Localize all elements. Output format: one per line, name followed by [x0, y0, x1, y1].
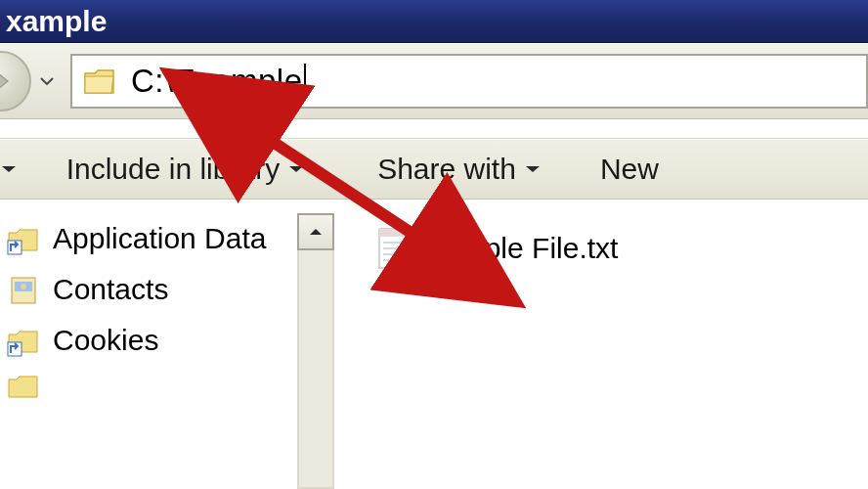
tree-item-label: Cookies [53, 324, 158, 357]
svg-point-3 [21, 284, 26, 289]
chevron-down-icon [0, 164, 18, 174]
contacts-icon [6, 272, 41, 307]
content-area: Application Data Contacts Cookies [0, 200, 868, 489]
file-item-sample-file[interactable]: Sample File.txt [373, 225, 868, 272]
svg-rect-6 [379, 229, 407, 237]
new-folder-button[interactable]: New [590, 140, 669, 199]
folder-icon [82, 64, 117, 99]
share-with-menu[interactable]: Share with [368, 140, 551, 199]
tree-item-label: Contacts [53, 273, 168, 306]
file-list: Sample File.txt [313, 200, 868, 489]
tree-item[interactable] [6, 366, 313, 405]
tree-item-contacts[interactable]: Contacts [6, 264, 313, 315]
forward-button[interactable] [0, 51, 31, 111]
chevron-up-icon [308, 227, 324, 237]
chevron-down-icon [524, 164, 542, 174]
address-path: C:\Example [131, 63, 303, 100]
arrow-right-icon [0, 67, 15, 95]
organize-menu[interactable]: ze [0, 140, 27, 199]
tree-item-label: Application Data [53, 222, 266, 255]
text-caret-icon [304, 64, 306, 99]
scroll-up-button[interactable] [297, 213, 334, 250]
include-in-library-menu[interactable]: Include in library [57, 140, 315, 199]
nav-history-dropdown[interactable] [37, 71, 57, 91]
navigation-bar: C:\Example [0, 43, 868, 119]
folder-shortcut-icon [6, 323, 41, 358]
spacer [0, 119, 868, 139]
file-name: Sample File.txt [424, 232, 618, 265]
text-file-icon [373, 225, 412, 272]
address-bar[interactable]: C:\Example [70, 54, 868, 109]
window-title: xample [6, 5, 107, 38]
chevron-down-icon [287, 164, 305, 174]
scrollbar-track[interactable] [297, 250, 334, 489]
chevron-down-icon [40, 77, 54, 85]
folder-shortcut-icon [6, 221, 41, 256]
navigation-tree: Application Data Contacts Cookies [0, 200, 313, 489]
folder-shortcut-icon [6, 368, 41, 403]
window-titlebar: xample [0, 0, 868, 43]
tree-item-cookies[interactable]: Cookies [6, 315, 313, 366]
tree-item-application-data[interactable]: Application Data [6, 213, 313, 264]
command-toolbar: ze Include in library Share with New [0, 139, 868, 200]
